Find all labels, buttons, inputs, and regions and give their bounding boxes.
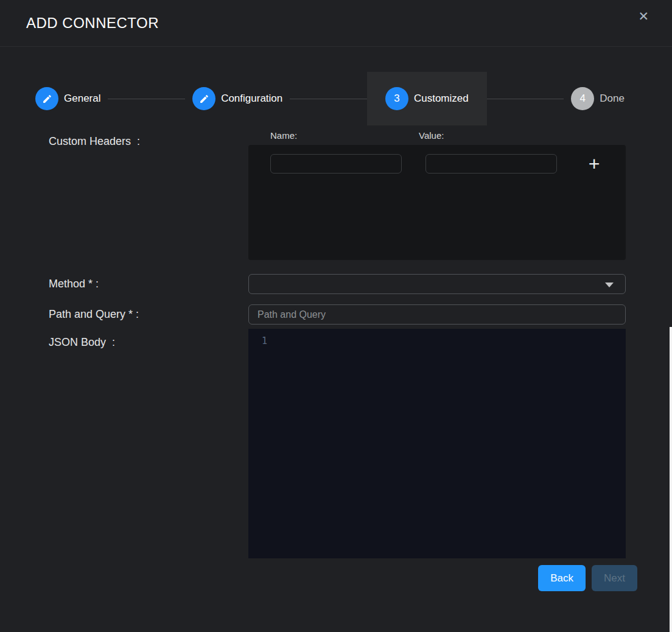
step-general[interactable]: General — [28, 72, 108, 125]
method-label-cell: Method * : — [49, 278, 248, 290]
method-label: Method * : — [49, 278, 99, 290]
header-value-column-label: Value: — [419, 130, 444, 141]
step-connector-line — [290, 99, 367, 99]
add-connector-modal: ADD CONNECTOR ✕ General Configuration 3 … — [0, 0, 672, 632]
method-field-cell — [248, 274, 626, 294]
back-button[interactable]: Back — [538, 565, 586, 591]
step-configuration-circle — [192, 87, 215, 110]
editor-line-number: 1 — [248, 329, 267, 346]
footer-actions: Back Next — [49, 565, 672, 591]
header-name-column-label: Name: — [270, 130, 297, 141]
step-configuration[interactable]: Configuration — [185, 72, 290, 125]
modal-header: ADD CONNECTOR ✕ — [0, 0, 672, 47]
step-customized-circle: 3 — [385, 87, 408, 110]
custom-headers-label-cell: Custom Headers : — [49, 129, 248, 260]
custom-headers-label: Custom Headers : — [49, 135, 140, 147]
step-connector-line — [108, 99, 185, 99]
step-connector-line — [487, 99, 564, 99]
step-general-label: General — [64, 93, 100, 105]
add-header-button[interactable]: + — [580, 150, 608, 177]
custom-headers-field-cell: Name: Value: + — [248, 129, 626, 260]
step-configuration-label: Configuration — [221, 93, 282, 105]
custom-headers-column-labels: Name: Value: — [248, 129, 626, 145]
modal-title: ADD CONNECTOR — [0, 0, 672, 46]
step-done[interactable]: 4 Done — [564, 72, 632, 125]
header-name-input[interactable] — [270, 154, 402, 174]
json-body-field-cell: 1 — [248, 329, 626, 558]
method-row: Method * : — [49, 274, 672, 294]
next-button[interactable]: Next — [592, 565, 637, 591]
step-done-circle: 4 — [571, 87, 594, 110]
method-select[interactable] — [248, 274, 626, 294]
custom-headers-row: Custom Headers : Name: Value: + — [49, 129, 672, 260]
json-body-editor[interactable]: 1 — [248, 329, 626, 558]
scrollbar[interactable] — [670, 327, 672, 632]
path-query-field-cell — [248, 304, 626, 325]
path-query-row: Path and Query * : — [49, 304, 672, 325]
chevron-down-icon — [605, 283, 614, 287]
step-customized-active[interactable]: 3 Customized — [367, 72, 487, 125]
close-icon[interactable]: ✕ — [638, 10, 649, 23]
wizard-stepper: General Configuration 3 Customized 4 Don… — [28, 72, 632, 125]
header-value-input[interactable] — [425, 154, 557, 174]
customized-form: Custom Headers : Name: Value: + Method *… — [49, 129, 672, 591]
json-body-row: JSON Body : 1 — [49, 329, 672, 558]
json-body-label: JSON Body : — [49, 336, 115, 348]
step-general-circle — [35, 87, 58, 110]
json-body-label-cell: JSON Body : — [49, 329, 248, 558]
path-query-input[interactable] — [248, 304, 626, 325]
step-customized-label: Customized — [414, 93, 469, 105]
path-query-label: Path and Query * : — [49, 308, 139, 320]
path-query-label-cell: Path and Query * : — [49, 308, 248, 321]
pencil-icon — [199, 94, 209, 104]
pencil-icon — [42, 94, 52, 104]
step-done-label: Done — [600, 93, 625, 105]
custom-headers-panel: + — [248, 145, 626, 260]
